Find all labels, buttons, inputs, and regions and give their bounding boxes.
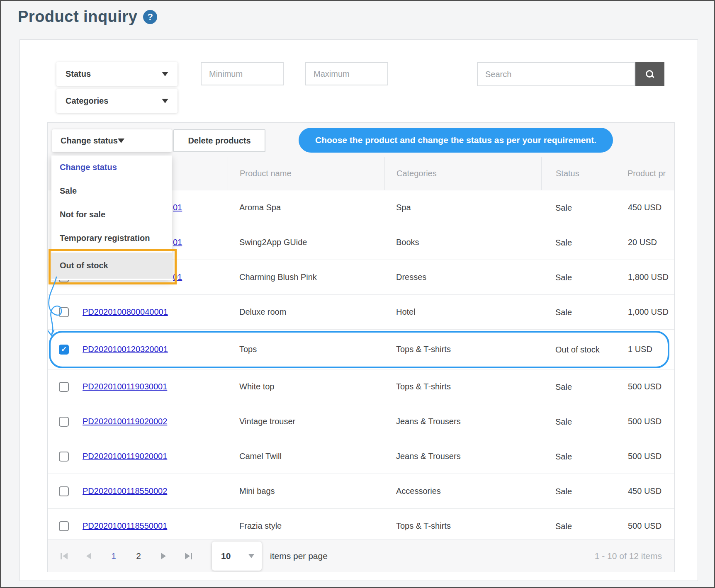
table-row: PD2020100118550002 Mini bags Accessories…: [48, 474, 674, 509]
product-name: Camel Twill: [228, 452, 384, 461]
table-row: PD2020100119030001 White top Tops & T-sh…: [48, 369, 674, 404]
product-price: 1,000 USD: [616, 307, 675, 317]
product-name: Aroma Spa: [228, 203, 384, 212]
menu-item-temporary-registration[interactable]: Temporary registration: [51, 226, 172, 250]
product-categories: Jeans & Trousers: [384, 452, 541, 461]
product-name: Swing2App GUide: [228, 238, 384, 247]
last-page-button[interactable]: [180, 547, 197, 565]
page-number-1[interactable]: 1: [105, 547, 122, 565]
product-status: Sale: [541, 271, 616, 284]
table-row: PD2020100119020001 Camel Twill Jeans & T…: [48, 439, 674, 474]
page-number-2[interactable]: 2: [130, 547, 147, 565]
product-number-link[interactable]: PD2020100119020002: [83, 417, 167, 426]
table-toolbar: Change status Delete products Choose the…: [48, 123, 674, 157]
tooltip-bubble: Choose the product and change the status…: [299, 128, 613, 153]
maximum-price-input[interactable]: [305, 62, 388, 85]
product-number-link[interactable]: 01: [173, 203, 182, 212]
items-per-page-select[interactable]: 10: [212, 542, 262, 571]
status-filter-label: Status: [66, 69, 91, 79]
table-row: PD2020100800040001 Deluxe room Hotel Sal…: [48, 295, 674, 330]
row-checkbox[interactable]: [59, 486, 69, 496]
pagination-range-label: 1 - 10 of 12 items: [595, 551, 662, 561]
search-bar: [477, 62, 664, 86]
row-checkbox-checked[interactable]: [59, 345, 69, 355]
product-name: Mini bags: [228, 486, 384, 496]
product-number-link[interactable]: PD2020100118550002: [83, 486, 167, 496]
menu-item-change-status[interactable]: Change status: [51, 156, 172, 179]
product-status: Sale: [541, 450, 616, 463]
product-categories: Dresses: [384, 272, 541, 282]
change-status-label: Change status: [61, 136, 118, 146]
product-categories: Hotel: [384, 307, 541, 317]
previous-page-button[interactable]: [80, 547, 97, 565]
categories-filter-select[interactable]: Categories: [56, 89, 178, 113]
product-categories: Spa: [384, 203, 541, 212]
row-checkbox[interactable]: [59, 521, 69, 531]
product-status: Sale: [541, 520, 616, 533]
product-name: White top: [228, 382, 384, 391]
search-icon: [645, 70, 654, 79]
product-status: Sale: [541, 380, 616, 394]
product-categories: Books: [384, 238, 541, 247]
help-icon[interactable]: ?: [143, 10, 157, 24]
row-checkbox[interactable]: [59, 417, 69, 427]
product-status: Sale: [541, 415, 616, 428]
product-number-link[interactable]: 01: [173, 272, 182, 282]
categories-filter-label: Categories: [66, 96, 108, 106]
product-price: 500 USD: [616, 521, 675, 531]
menu-item-out-of-stock[interactable]: Out of stock: [51, 253, 172, 279]
first-page-button[interactable]: [55, 547, 73, 565]
product-number-link[interactable]: PD2020100800040001: [83, 307, 168, 316]
product-price: 20 USD: [616, 238, 675, 247]
chevron-down-icon: [248, 554, 254, 558]
product-categories: Jeans & Trousers: [384, 417, 541, 426]
status-filter-select[interactable]: Status: [56, 62, 178, 86]
product-name: Vintage trouser: [228, 417, 384, 426]
change-status-select[interactable]: Change status: [52, 129, 172, 152]
product-name: Tops: [228, 345, 384, 354]
chevron-down-icon: [118, 138, 124, 143]
table-row-selected: PD2020100120320001 Tops Tops & T-shirts …: [48, 330, 674, 369]
product-status: Sale: [541, 201, 616, 214]
content-card: Status Categories Change status: [19, 39, 698, 581]
product-number-link[interactable]: PD2020100119030001: [83, 382, 167, 391]
chevron-down-icon: [162, 72, 168, 76]
change-status-menu: Change status Sale Not for sale Temporar…: [51, 156, 172, 280]
header-categories: Categories: [384, 157, 541, 190]
delete-products-button[interactable]: Delete products: [173, 129, 265, 152]
menu-item-not-for-sale[interactable]: Not for sale: [51, 203, 172, 226]
product-name: Deluxe room: [228, 307, 384, 317]
page-title: Product inquiry: [18, 8, 137, 26]
table-row: PD2020100118550001 Frazia style Tops & T…: [48, 509, 674, 544]
row-checkbox[interactable]: [59, 452, 69, 462]
product-status: Sale: [541, 485, 616, 498]
header-product-price: Product pr: [616, 157, 675, 190]
search-input[interactable]: [477, 62, 635, 86]
product-number-link[interactable]: PD2020100119020001: [83, 452, 167, 461]
row-checkbox[interactable]: [59, 307, 69, 317]
product-categories: Accessories: [384, 486, 541, 496]
product-number-link[interactable]: PD2020100120320001: [83, 345, 168, 354]
next-page-button[interactable]: [155, 547, 172, 565]
product-price: 1,800 USD: [616, 272, 675, 282]
product-number-link[interactable]: 01: [173, 238, 182, 247]
row-checkbox[interactable]: [59, 382, 69, 392]
items-per-page-label: items per page: [270, 551, 328, 561]
product-price: 500 USD: [616, 417, 675, 426]
product-price: 500 USD: [616, 452, 675, 461]
product-number-link[interactable]: PD2020100118550001: [83, 521, 167, 530]
table-row: PD2020100119020002 Vintage trouser Jeans…: [48, 404, 674, 439]
pagination-bar: 1 2 10 items per page 1 - 10 of 12 items: [48, 539, 674, 572]
product-status: Sale: [541, 236, 616, 249]
product-status: Sale: [541, 306, 616, 319]
product-name: Charming Blush Pink: [228, 272, 384, 282]
page-header: Product inquiry ?: [18, 8, 157, 26]
search-button[interactable]: [635, 62, 664, 86]
product-name: Frazia style: [228, 521, 384, 531]
header-product-name: Product name: [228, 157, 384, 190]
product-price: 450 USD: [616, 486, 675, 496]
header-status: Status: [541, 157, 616, 190]
menu-item-sale[interactable]: Sale: [51, 179, 172, 203]
minimum-price-input[interactable]: [201, 62, 284, 85]
product-status: Out of stock: [541, 343, 616, 356]
